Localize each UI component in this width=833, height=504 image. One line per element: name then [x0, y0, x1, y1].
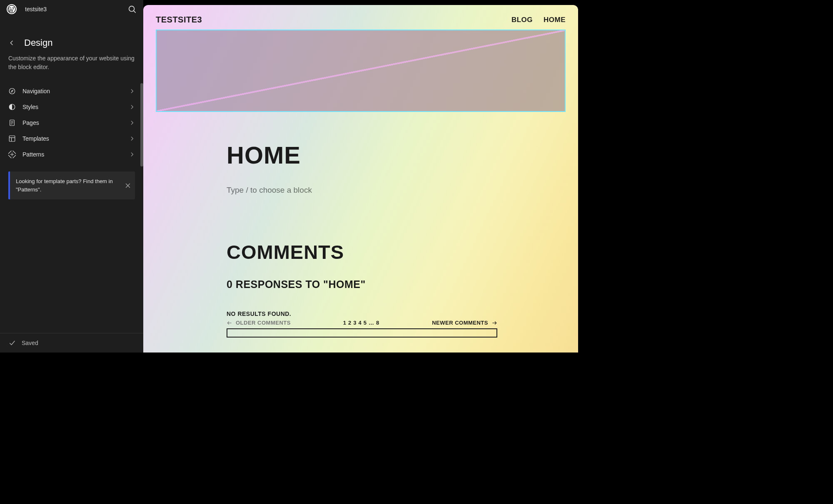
template-parts-notice: Looking for template parts? Find them in…	[8, 171, 135, 199]
newer-comments-label: NEWER COMMENTS	[432, 320, 488, 326]
block-inserter-placeholder[interactable]: Type / to choose a block	[227, 186, 497, 195]
newer-comments-link[interactable]: NEWER COMMENTS	[432, 320, 497, 326]
page-number[interactable]: 8	[376, 320, 379, 326]
sidebar-item-pages[interactable]: Pages	[4, 115, 139, 131]
notice-text: Looking for template parts? Find them in…	[16, 177, 118, 194]
svg-rect-9	[9, 136, 15, 142]
page-number[interactable]: 2	[348, 320, 352, 326]
search-button[interactable]	[127, 5, 137, 14]
site-preview-canvas[interactable]: TESTSITE3 BLOG HOME HOME Type / to choos…	[143, 5, 578, 353]
sidebar-title: Design	[24, 37, 52, 48]
site-brand[interactable]: TESTSITE3	[156, 15, 202, 25]
arrow-left-icon	[227, 320, 232, 326]
sidebar-item-label: Pages	[22, 119, 39, 126]
save-status: Saved	[22, 340, 38, 346]
patterns-icon	[8, 151, 16, 158]
page-number-ellipsis: …	[369, 320, 374, 326]
sidebar-item-templates[interactable]: Templates	[4, 131, 139, 146]
chevron-right-icon	[129, 151, 135, 157]
sidebar-topbar: testsite3	[0, 0, 143, 18]
templates-icon	[8, 135, 16, 142]
sidebar-menu: Navigation Styles Pages	[0, 83, 143, 162]
older-comments-link[interactable]: OLDER COMMENTS	[227, 320, 291, 326]
chevron-right-icon	[129, 104, 135, 110]
styles-icon	[8, 103, 16, 111]
close-icon	[124, 182, 132, 189]
comment-form-box[interactable]	[227, 328, 497, 338]
sidebar-item-label: Navigation	[22, 88, 50, 94]
responses-heading[interactable]: 0 RESPONSES TO "HOME"	[227, 278, 497, 290]
chevron-right-icon	[129, 88, 135, 94]
sidebar-item-styles[interactable]: Styles	[4, 99, 139, 115]
sidebar-footer: Saved	[0, 333, 143, 353]
comments-heading[interactable]: COMMENTS	[227, 241, 497, 263]
comments-pagination: OLDER COMMENTS 1 2 3 4 5 … 8 NEWER COMME…	[227, 320, 497, 326]
site-header: TESTSITE3 BLOG HOME	[143, 5, 578, 30]
editor-sidebar: testsite3 Design Customize the appearanc…	[0, 0, 143, 353]
wordpress-logo-icon[interactable]	[7, 4, 17, 14]
sidebar-item-navigation[interactable]: Navigation	[4, 83, 139, 99]
pages-icon	[8, 119, 16, 127]
site-nav: BLOG HOME	[511, 16, 566, 24]
page-number[interactable]: 5	[364, 320, 367, 326]
page-title[interactable]: HOME	[227, 141, 497, 169]
check-icon	[8, 339, 16, 347]
canvas-wrapper: TESTSITE3 BLOG HOME HOME Type / to choos…	[143, 0, 583, 353]
no-results-text: NO RESULTS FOUND.	[227, 310, 497, 317]
search-icon	[127, 5, 137, 14]
sidebar-item-patterns[interactable]: Patterns	[4, 146, 139, 162]
chevron-right-icon	[129, 136, 135, 142]
page-number[interactable]: 4	[359, 320, 362, 326]
chevron-right-icon	[129, 120, 135, 126]
back-button[interactable]	[7, 38, 17, 48]
featured-image-placeholder[interactable]	[156, 30, 566, 112]
chevron-left-icon	[8, 40, 15, 46]
sidebar-item-label: Patterns	[22, 151, 44, 158]
page-number[interactable]: 3	[353, 320, 357, 326]
page-number[interactable]: 1	[343, 320, 347, 326]
nav-link-home[interactable]: HOME	[544, 16, 566, 24]
arrow-right-icon	[491, 320, 497, 326]
nav-link-blog[interactable]: BLOG	[511, 16, 533, 24]
sidebar-description: Customize the appearance of your website…	[0, 54, 143, 83]
scrollbar-thumb[interactable]	[140, 83, 143, 166]
older-comments-label: OLDER COMMENTS	[236, 320, 291, 326]
compass-icon	[8, 87, 16, 95]
sidebar-heading-row: Design	[0, 18, 143, 54]
page-numbers[interactable]: 1 2 3 4 5 … 8	[343, 320, 379, 326]
notice-dismiss-button[interactable]	[124, 182, 132, 189]
sidebar-item-label: Templates	[22, 135, 49, 142]
svg-line-2	[134, 11, 135, 12]
sidebar-item-label: Styles	[22, 104, 38, 110]
site-name[interactable]: testsite3	[25, 6, 47, 12]
svg-point-3	[9, 88, 15, 94]
